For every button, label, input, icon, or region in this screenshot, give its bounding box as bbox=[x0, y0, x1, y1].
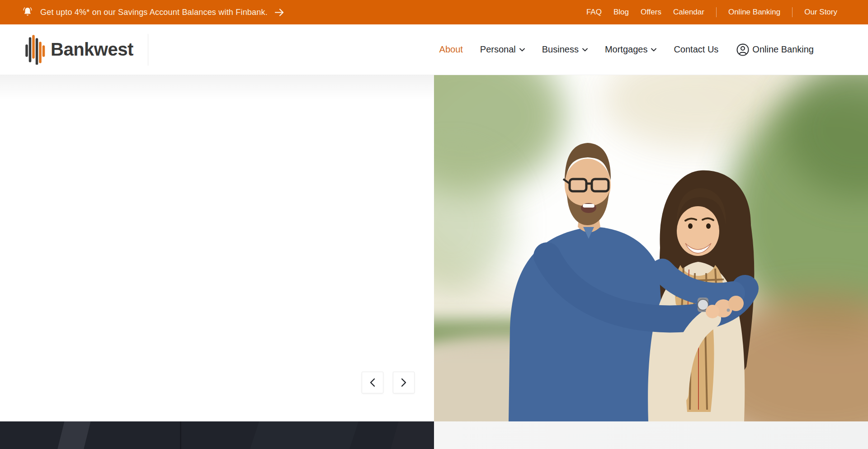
nav-about[interactable]: About bbox=[439, 44, 463, 55]
promo-message[interactable]: Get upto 4%* on our Savings Account Bala… bbox=[40, 8, 268, 17]
bankwest-homepage: Get upto 4%* on our Savings Account Bala… bbox=[0, 0, 868, 449]
nav-business[interactable]: Business bbox=[542, 44, 588, 55]
chevron-right-icon bbox=[400, 378, 408, 388]
nav-contact-us[interactable]: Contact Us bbox=[674, 44, 718, 55]
promo-link-online-banking[interactable]: Online Banking bbox=[728, 8, 780, 17]
carousel-next-button[interactable] bbox=[393, 372, 415, 393]
user-circle-icon bbox=[736, 43, 750, 57]
chevron-down-icon bbox=[519, 48, 525, 52]
bankwest-logo-icon bbox=[25, 35, 46, 65]
hero-slide-area bbox=[0, 75, 434, 421]
promo-bar: Get upto 4%* on our Savings Account Bala… bbox=[0, 0, 868, 24]
brand-name: Bankwest bbox=[51, 39, 133, 60]
promo-link-calendar[interactable]: Calendar bbox=[673, 8, 704, 17]
hero-image bbox=[434, 75, 868, 421]
arrow-right-icon bbox=[274, 9, 284, 16]
header-divider bbox=[148, 34, 148, 66]
nav-online-banking-label: Online Banking bbox=[752, 44, 814, 55]
promo-link-offers[interactable]: Offers bbox=[641, 8, 661, 17]
promo-link-blog[interactable]: Blog bbox=[613, 8, 629, 17]
promo-divider bbox=[792, 7, 793, 17]
nav-mortgages-label: Mortgages bbox=[605, 44, 648, 55]
bell-icon bbox=[22, 6, 33, 18]
light-panel bbox=[434, 421, 868, 449]
promo-link-faq[interactable]: FAQ bbox=[586, 8, 602, 17]
hero-section bbox=[0, 75, 868, 421]
nav-business-label: Business bbox=[542, 44, 579, 55]
next-section-preview bbox=[0, 421, 868, 449]
brand-logo[interactable]: Bankwest bbox=[25, 35, 133, 65]
nav-personal[interactable]: Personal bbox=[480, 44, 525, 55]
nav-contact-us-label: Contact Us bbox=[674, 44, 718, 55]
dark-panel-streak bbox=[386, 421, 434, 449]
chevron-down-icon bbox=[651, 48, 656, 52]
promo-links: FAQ Blog Offers Calendar Online Banking … bbox=[586, 7, 837, 17]
nav-online-banking[interactable]: Online Banking bbox=[736, 43, 814, 57]
promo-link-our-story[interactable]: Our Story bbox=[804, 8, 837, 17]
dark-panel bbox=[0, 421, 434, 449]
chevron-left-icon bbox=[368, 378, 377, 388]
dark-panel-streak bbox=[52, 421, 92, 449]
chevron-down-icon bbox=[582, 48, 588, 52]
dark-panel-streak bbox=[180, 421, 181, 449]
carousel-prev-button[interactable] bbox=[362, 372, 383, 393]
dark-panel-streak bbox=[245, 421, 362, 449]
nav-about-label: About bbox=[439, 44, 463, 55]
nav-personal-label: Personal bbox=[480, 44, 516, 55]
site-header: Bankwest About Personal Business Mortgag… bbox=[0, 24, 868, 75]
hero-photo-couple bbox=[434, 75, 868, 421]
promo-divider bbox=[716, 7, 717, 17]
carousel-controls bbox=[362, 372, 415, 393]
nav-mortgages[interactable]: Mortgages bbox=[605, 44, 657, 55]
main-nav: About Personal Business Mortgages bbox=[439, 43, 814, 57]
promo-offer-link[interactable]: Get upto 4%* on our Savings Account Bala… bbox=[22, 6, 284, 18]
